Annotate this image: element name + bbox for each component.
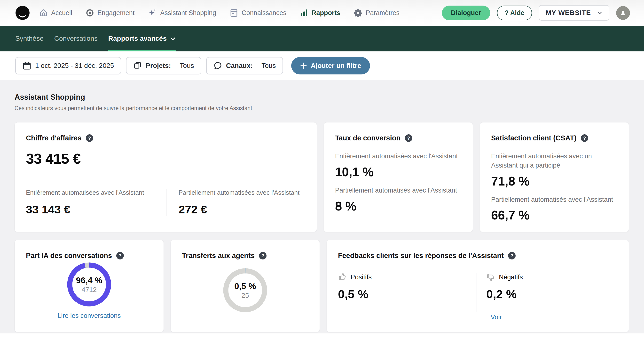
donut-count: 25 (241, 292, 249, 299)
metric-value: 10,1 % (335, 165, 462, 179)
brand-logo[interactable] (15, 6, 30, 20)
card-title: Taux de conversion (335, 134, 400, 142)
metric-label: Entièrement automatisées avec l'Assistan… (335, 152, 462, 161)
tab-conversations[interactable]: Conversations (54, 26, 98, 51)
metric-label: Partiellement automatisés avec l'Assista… (335, 186, 462, 195)
projects-filter[interactable]: Projets: Tous (126, 57, 201, 75)
metric-label: Entièrement automatisées avec l'Assistan… (26, 189, 166, 196)
help-badge-icon[interactable]: ? (86, 134, 93, 142)
channels-filter-value: Tous (262, 62, 276, 70)
nav-item-assistant-shopping[interactable]: Assistant Shopping (148, 8, 216, 18)
help-button[interactable]: ? Aide (497, 6, 532, 20)
feedback-columns: Positifs 0,5 % Négatifs 0,2 (338, 273, 618, 312)
card-title: Chiffre d'affaires (26, 134, 82, 142)
nav-item-engagement[interactable]: Engagement (86, 9, 134, 17)
feedback-link-row: Voir (338, 313, 618, 321)
nav-item-connaissances[interactable]: Connaissances (230, 9, 286, 18)
agent-transfers-card: Transferts aux agents ? 0,5 % 25 (170, 240, 320, 332)
nav-item-rapports[interactable]: Rapports (300, 9, 340, 17)
website-selector[interactable]: MY WEBSITE (539, 5, 609, 21)
revenue-partial-auto: Partiellement automatisées avec l'Assist… (166, 189, 306, 216)
page-title: Assistant Shopping (14, 93, 630, 102)
tab-rapports-avances[interactable]: Rapports avancés (108, 26, 176, 51)
help-badge-icon[interactable]: ? (405, 134, 412, 142)
bar-chart-icon (300, 9, 308, 17)
card-header: Transferts aux agents ? (182, 252, 308, 260)
help-badge-icon[interactable]: ? (508, 252, 516, 259)
add-filter-button[interactable]: Ajouter un filtre (291, 57, 370, 75)
metric-label: Partiellement automatisées avec l'Assist… (178, 189, 306, 196)
help-badge-icon[interactable]: ? (259, 252, 266, 259)
metric-value: 8 % (335, 199, 462, 213)
donut-value: 96,4 % (76, 275, 102, 285)
nav-item-label: Paramètres (366, 9, 400, 17)
card-header: Feedbacks clients sur les réponses de l'… (338, 252, 618, 260)
sparkle-icon (148, 8, 157, 18)
card-header: Satisfaction client (CSAT) ? (491, 134, 618, 142)
negative-value: 0,2 % (486, 287, 618, 301)
transfers-donut-chart: 0,5 % 25 (223, 268, 268, 312)
negative-feedback-header: Négatifs (486, 273, 618, 281)
channels-filter[interactable]: Canaux: Tous (206, 57, 283, 75)
positive-label: Positifs (350, 273, 372, 281)
nav-item-parametres[interactable]: Paramètres (354, 9, 400, 18)
knowledge-box-icon (230, 9, 238, 18)
dialoguer-button[interactable]: Dialoguer (442, 6, 490, 20)
revenue-breakdown: Entièrement automatisées avec l'Assistan… (26, 189, 306, 216)
thumbs-up-icon (338, 273, 347, 281)
projects-filter-label: Projets: (146, 62, 171, 70)
metric-value: 71,8 % (491, 174, 618, 188)
metric-value: 66,7 % (491, 208, 618, 222)
help-badge-icon[interactable]: ? (581, 134, 588, 142)
date-range-filter[interactable]: 1 oct. 2025 - 31 déc. 2025 (15, 57, 121, 75)
ai-share-card: Part IA des conversations ? 96,4 % 4712 … (14, 240, 164, 332)
card-title: Part IA des conversations (26, 252, 112, 260)
home-icon (39, 9, 48, 18)
read-conversations-link[interactable]: Lire les conversations (26, 312, 152, 319)
conversion-rate-card: Taux de conversion ? Entièrement automat… (324, 122, 473, 232)
channels-filter-label: Canaux: (226, 62, 253, 70)
card-header: Chiffre d'affaires ? (26, 134, 306, 142)
nav-item-accueil[interactable]: Accueil (39, 9, 72, 18)
ai-share-donut-chart: 96,4 % 4712 (67, 262, 112, 307)
thumbs-down-icon (486, 273, 495, 281)
metric-value: 33 143 € (26, 203, 166, 216)
nav-item-label: Connaissances (242, 9, 286, 17)
kpi-row-1: Chiffre d'affaires ? 33 415 € Entièremen… (14, 122, 630, 232)
card-title: Feedbacks clients sur les réponses de l'… (338, 252, 504, 260)
chat-bubble-icon (214, 61, 222, 70)
help-badge-icon[interactable]: ? (116, 252, 124, 259)
tab-label: Synthèse (15, 35, 44, 43)
positive-feedback-header: Positifs (338, 273, 476, 281)
dashboard-content: Assistant Shopping Ces indicateurs vous … (0, 80, 644, 333)
user-avatar[interactable] (616, 6, 630, 20)
chevron-down-icon (597, 10, 602, 16)
target-icon (86, 9, 94, 17)
nav-item-label: Accueil (51, 9, 72, 17)
smiley-logo-icon (15, 6, 30, 20)
positive-feedback: Positifs 0,5 % (338, 273, 476, 312)
page-bottom-strip (0, 333, 644, 339)
gear-icon (354, 9, 362, 18)
voir-link[interactable]: Voir (491, 313, 502, 321)
negative-feedback: Négatifs 0,2 % (476, 273, 618, 312)
revenue-total-value: 33 415 € (26, 150, 306, 167)
add-filter-label: Ajouter un filtre (310, 62, 361, 70)
page-subtitle: Ces indicateurs vous permettent de suivr… (14, 105, 630, 112)
calendar-icon (22, 61, 31, 70)
person-icon (619, 9, 627, 17)
donut-value: 0,5 % (234, 281, 256, 291)
topnav-right-cluster: Dialoguer ? Aide MY WEBSITE (442, 5, 630, 21)
kpi-row-2: Part IA des conversations ? 96,4 % 4712 … (14, 240, 630, 332)
card-header: Part IA des conversations ? (26, 252, 152, 260)
card-header: Taux de conversion ? (335, 134, 462, 142)
nav-item-label: Engagement (98, 9, 134, 17)
feedbacks-card: Feedbacks clients sur les réponses de l'… (326, 240, 629, 332)
nav-item-label: Assistant Shopping (160, 9, 216, 17)
tab-synthese[interactable]: Synthèse (15, 26, 44, 51)
positive-value: 0,5 % (338, 287, 476, 301)
nav-item-label: Rapports (312, 9, 340, 17)
projects-filter-value: Tous (180, 62, 194, 70)
chevron-down-icon (170, 36, 176, 42)
donut-center-labels: 96,4 % 4712 (67, 262, 112, 307)
